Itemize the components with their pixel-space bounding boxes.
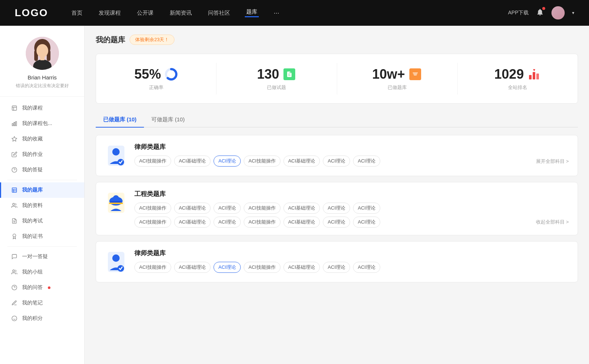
tag-2-6[interactable]: ACI理论 <box>353 262 380 273</box>
sidebar-item-exams[interactable]: 我的考试 <box>0 213 84 229</box>
tag-1-6[interactable]: ACI理论 <box>353 203 380 214</box>
sidebar-item-qa[interactable]: 我的答疑 <box>0 162 84 178</box>
header-right: APP下载 ▾ <box>508 6 574 19</box>
nav-home[interactable]: 首页 <box>70 10 84 17</box>
bank-card-2-tags: ACI技能操作 ACI基础理论 ACI理论 ACI技能操作 ACI基础理论 AC… <box>134 262 569 273</box>
tag-1-9[interactable]: ACI理论 <box>214 217 241 228</box>
header: LOGO 首页 发现课程 公开课 新闻资讯 问答社区 题库 ··· APP下载 … <box>0 0 589 26</box>
stat-done-banks-value: 10w+ <box>372 67 405 82</box>
nav-question-bank[interactable]: 题库 <box>245 8 259 17</box>
stat-done-banks-label: 已做题库 <box>388 84 407 91</box>
tag-0-4[interactable]: ACI基础理论 <box>283 156 320 167</box>
chart-bar-icon <box>11 120 18 127</box>
bank-card-1-collapse[interactable]: 收起全部科目 > <box>536 219 569 225</box>
tag-0-3[interactable]: ACI技能操作 <box>244 156 281 167</box>
svg-rect-7 <box>12 106 17 110</box>
tag-0-0[interactable]: ACI技能操作 <box>134 156 171 167</box>
svg-point-27 <box>12 316 17 321</box>
tab-row: 已做题库 (10) 可做题库 (10) <box>96 113 578 128</box>
tag-2-3[interactable]: ACI技能操作 <box>244 262 281 273</box>
tag-2-1[interactable]: ACI基础理论 <box>174 262 211 273</box>
tag-1-2[interactable]: ACI理论 <box>214 203 241 214</box>
svg-point-38 <box>112 148 120 156</box>
tag-0-6[interactable]: ACI理论 <box>353 156 380 167</box>
tag-1-10[interactable]: ACI技能操作 <box>244 217 281 228</box>
sidebar-item-favorites[interactable]: 我的收藏 <box>0 131 84 147</box>
tag-1-1[interactable]: ACI基础理论 <box>174 203 211 214</box>
tag-1-11[interactable]: ACI基础理论 <box>283 217 320 228</box>
bank-list-icon <box>409 68 422 81</box>
tag-0-2[interactable]: ACI理论 <box>214 156 241 167</box>
sidebar-item-homework[interactable]: 我的作业 <box>0 147 84 162</box>
profile-avatar[interactable] <box>26 37 59 70</box>
tag-1-4[interactable]: ACI基础理论 <box>283 203 320 214</box>
tab-available-banks[interactable]: 可做题库 (10) <box>144 113 192 127</box>
svg-marker-13 <box>12 136 17 141</box>
tag-1-5[interactable]: ACI理论 <box>323 203 350 214</box>
tag-2-5[interactable]: ACI理论 <box>323 262 350 273</box>
sidebar-item-my-qa[interactable]: 我的问答 <box>0 280 84 295</box>
bank-card-1-icon <box>105 190 127 215</box>
help-circle-icon <box>11 284 18 291</box>
nav-qa[interactable]: 问答社区 <box>207 10 232 17</box>
sidebar-item-question-bank[interactable]: 我的题库 <box>0 182 84 198</box>
app-download-button[interactable]: APP下载 <box>508 10 529 16</box>
tag-1-13[interactable]: ACI理论 <box>353 217 380 228</box>
logo: LOGO <box>15 7 48 19</box>
stat-accuracy-top: 55% <box>134 67 178 82</box>
tag-1-0[interactable]: ACI技能操作 <box>134 203 171 214</box>
doc-icon <box>11 105 18 111</box>
sidebar-item-my-courses[interactable]: 我的课程 <box>0 100 84 116</box>
sidebar-divider-2 <box>7 246 77 247</box>
stat-rank: 1029 全站排名 <box>458 63 578 94</box>
tag-1-8[interactable]: ACI基础理论 <box>174 217 211 228</box>
svg-rect-35 <box>536 74 539 79</box>
table-icon <box>11 187 18 193</box>
sidebar-item-one-on-one[interactable]: 一对一答疑 <box>0 249 84 264</box>
tag-2-4[interactable]: ACI基础理论 <box>283 262 320 273</box>
stat-accuracy: 55% 正确率 <box>96 63 216 94</box>
edit-icon <box>11 151 18 158</box>
pen-icon <box>11 300 18 306</box>
tab-done-banks[interactable]: 已做题库 (10) <box>96 113 144 127</box>
tag-0-5[interactable]: ACI理论 <box>323 156 350 167</box>
sidebar-divider-1 <box>7 180 77 180</box>
nav-more[interactable]: ··· <box>272 9 281 17</box>
tag-1-7[interactable]: ACI技能操作 <box>134 217 171 228</box>
sidebar-item-notes[interactable]: 我的笔记 <box>0 295 84 311</box>
stat-done-banks: 10w+ 已做题库 <box>337 63 458 94</box>
user-avatar[interactable] <box>551 6 565 19</box>
nav-open-course[interactable]: 公开课 <box>135 10 155 17</box>
bank-card-0-title: 律师类题库 <box>134 143 569 151</box>
nav-discover[interactable]: 发现课程 <box>97 10 122 17</box>
tag-1-12[interactable]: ACI理论 <box>323 217 350 228</box>
ranking-icon <box>528 68 541 81</box>
bank-card-1-header: 工程类题库 ACI技能操作 ACI基础理论 ACI理论 ACI技能操作 ACI基… <box>105 190 569 228</box>
bank-card-0-expand[interactable]: 展开全部科目 > <box>536 157 569 165</box>
stat-rank-top: 1029 <box>494 67 541 82</box>
donut-chart-icon <box>165 68 178 81</box>
sidebar-menu: 我的课程 我的课程包... 我的收藏 我的作业 <box>0 97 84 330</box>
stat-done-questions: 130 已做试题 <box>216 63 337 94</box>
sidebar-item-course-packages[interactable]: 我的课程包... <box>0 116 84 131</box>
tag-0-1[interactable]: ACI基础理论 <box>174 156 211 167</box>
tag-1-3[interactable]: ACI技能操作 <box>244 203 281 214</box>
file-text-icon <box>11 218 18 224</box>
trial-badge: 体验剩余23天！ <box>130 35 174 45</box>
bank-card-2-header: 律师类题库 ACI技能操作 ACI基础理论 ACI理论 ACI技能操作 ACI基… <box>105 249 569 275</box>
nav-news[interactable]: 新闻资讯 <box>168 10 193 17</box>
tag-2-2[interactable]: ACI理论 <box>214 262 241 273</box>
stat-rank-value: 1029 <box>494 67 524 82</box>
sidebar-item-materials[interactable]: 我的资料 <box>0 198 84 213</box>
sidebar-item-groups[interactable]: 我的小组 <box>0 264 84 280</box>
tag-2-0[interactable]: ACI技能操作 <box>134 262 171 273</box>
star-icon <box>11 136 18 142</box>
profile-name: Brian Harris <box>28 74 57 81</box>
bank-card-2: 律师类题库 ACI技能操作 ACI基础理论 ACI理论 ACI技能操作 ACI基… <box>96 241 578 282</box>
sidebar-item-certificates[interactable]: 我的证书 <box>0 229 84 244</box>
bank-card-0-icon <box>105 143 127 168</box>
svg-rect-12 <box>15 122 17 126</box>
sidebar-item-points[interactable]: 我的积分 <box>0 311 84 326</box>
avatar-chevron[interactable]: ▾ <box>572 10 574 15</box>
notification-bell[interactable] <box>536 8 544 18</box>
